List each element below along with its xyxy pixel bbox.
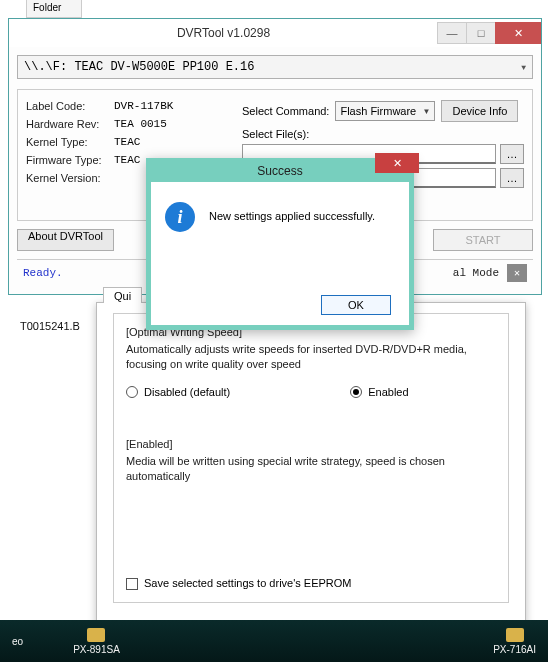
radio-disabled[interactable]: Disabled (default) — [126, 386, 230, 398]
settings-tab[interactable]: Qui — [103, 287, 142, 303]
enabled-title: [Enabled] — [126, 438, 496, 450]
kernel-type-k: Kernel Type: — [26, 136, 110, 148]
start-button[interactable]: START — [433, 229, 533, 251]
window-buttons: — □ ✕ — [438, 22, 541, 44]
dialog-message: New settings applied successfully. — [209, 202, 375, 222]
save-eeprom-label: Save selected settings to drive's EEPROM — [144, 577, 352, 589]
radio-enabled[interactable]: Enabled — [350, 386, 408, 398]
folder-icon — [506, 628, 524, 642]
label-code-v: DVR-117BK — [114, 100, 173, 112]
status-mode: al Mode — [453, 267, 499, 279]
save-eeprom-row[interactable]: Save selected settings to drive's EEPROM — [126, 577, 352, 590]
select-files-label: Select File(s): — [242, 128, 524, 140]
status-ready: Ready. — [23, 267, 63, 279]
radio-icon — [350, 386, 362, 398]
ows-desc: Automatically adjusts write speeds for i… — [126, 342, 496, 372]
taskbar-item[interactable]: eo — [12, 636, 23, 647]
settings-window: Qui [Optimal Writing Speed] Automaticall… — [96, 302, 526, 660]
browse-button-2[interactable]: … — [500, 168, 524, 188]
window-title: DVRTool v1.0298 — [9, 26, 438, 40]
label-code-k: Label Code: — [26, 100, 110, 112]
maximize-button[interactable]: □ — [466, 22, 496, 44]
dialog-titlebar: Success ✕ — [146, 158, 414, 182]
checkbox-icon — [126, 578, 138, 590]
drive-string: \\.\F: TEAC DV-W5000E PP100 E.16 — [24, 60, 254, 74]
command-combo[interactable]: Flash Firmware ▼ — [335, 101, 435, 121]
hardware-rev-v: TEA 0015 — [114, 118, 167, 130]
dialog-close-button[interactable]: ✕ — [375, 153, 419, 173]
chevron-down-icon: ▼ — [521, 63, 526, 72]
radio-enabled-label: Enabled — [368, 386, 408, 398]
minimize-button[interactable]: — — [437, 22, 467, 44]
chevron-down-icon: ▼ — [423, 107, 431, 116]
device-info-button[interactable]: Device Info — [441, 100, 518, 122]
status-close-icon[interactable]: ✕ — [507, 264, 527, 282]
taskbar-item[interactable]: PX-716AI — [493, 628, 536, 655]
info-icon: i — [165, 202, 195, 232]
tab-edge: Folder — [26, 0, 82, 18]
enabled-desc: Media will be written using special writ… — [126, 454, 496, 484]
browse-button-1[interactable]: … — [500, 144, 524, 164]
hardware-rev-k: Hardware Rev: — [26, 118, 110, 130]
command-value: Flash Firmware — [340, 105, 416, 117]
titlebar: DVRTool v1.0298 — □ ✕ — [9, 19, 541, 47]
kernel-type-v: TEAC — [114, 136, 140, 148]
ok-button[interactable]: OK — [321, 295, 391, 315]
folder-icon — [87, 628, 105, 642]
about-button[interactable]: About DVRTool — [17, 229, 114, 251]
taskbar-item[interactable]: PX-891SA — [73, 628, 120, 655]
taskbar: eo PX-891SA PX-716AI — [0, 620, 548, 662]
success-dialog: Success ✕ i New settings applied success… — [146, 158, 414, 330]
dialog-title: Success — [257, 164, 302, 178]
firmware-type-v: TEAC — [114, 154, 140, 166]
close-button[interactable]: ✕ — [495, 22, 541, 44]
radio-icon — [126, 386, 138, 398]
kernel-version-k: Kernel Version: — [26, 172, 110, 184]
file-below-name: T0015241.B — [20, 320, 80, 332]
firmware-type-k: Firmware Type: — [26, 154, 110, 166]
drive-select[interactable]: \\.\F: TEAC DV-W5000E PP100 E.16 ▼ — [17, 55, 533, 79]
select-command-label: Select Command: — [242, 105, 329, 117]
radio-disabled-label: Disabled (default) — [144, 386, 230, 398]
